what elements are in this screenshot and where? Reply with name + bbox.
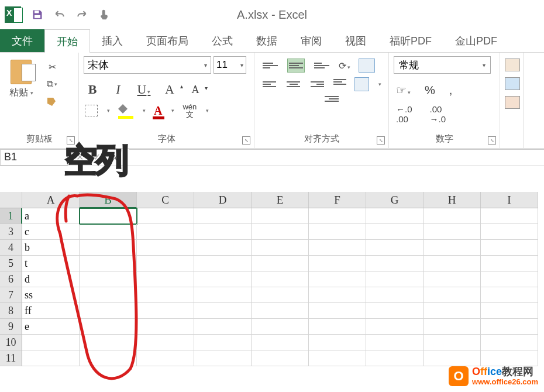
cell[interactable] xyxy=(309,224,366,240)
align-center-button[interactable] xyxy=(285,77,301,91)
cell[interactable] xyxy=(481,224,538,240)
touch-mode-icon[interactable] xyxy=(98,9,110,20)
cell[interactable] xyxy=(252,256,309,271)
cell[interactable]: b xyxy=(22,240,80,256)
cell[interactable] xyxy=(22,350,80,366)
grow-font-button[interactable]: A xyxy=(162,82,177,97)
paste-button[interactable]: 粘贴▾ xyxy=(5,56,37,108)
cell[interactable] xyxy=(137,240,194,256)
cell[interactable] xyxy=(481,287,538,303)
cell[interactable] xyxy=(366,303,424,319)
decrease-indent-button[interactable] xyxy=(333,79,346,90)
cell[interactable] xyxy=(481,319,538,335)
number-format-dropdown[interactable]: 常规▾ xyxy=(394,56,491,74)
cell[interactable] xyxy=(194,350,252,366)
cell[interactable] xyxy=(80,271,137,287)
cell[interactable] xyxy=(80,303,137,319)
cell[interactable] xyxy=(194,240,252,256)
undo-icon[interactable] xyxy=(54,9,66,20)
italic-button[interactable]: I xyxy=(111,82,126,97)
format-painter-icon[interactable] xyxy=(46,96,58,108)
cell[interactable] xyxy=(194,303,252,319)
conditional-formatting-icon[interactable] xyxy=(505,59,520,71)
cell[interactable] xyxy=(194,335,252,350)
cell[interactable] xyxy=(80,256,137,271)
cell[interactable] xyxy=(424,335,481,350)
cell[interactable] xyxy=(80,335,137,350)
percent-style-button[interactable]: % xyxy=(425,84,435,97)
cell[interactable] xyxy=(366,271,424,287)
cell[interactable] xyxy=(424,287,481,303)
cell[interactable] xyxy=(366,208,424,224)
shrink-font-button[interactable]: A xyxy=(188,84,203,96)
tab-page-layout[interactable]: 页面布局 xyxy=(135,29,200,52)
cell[interactable] xyxy=(309,240,366,256)
cell[interactable] xyxy=(80,224,137,240)
tab-review[interactable]: 审阅 xyxy=(289,29,333,52)
row-header[interactable]: 4 xyxy=(0,240,22,256)
cell[interactable] xyxy=(137,271,194,287)
cell[interactable] xyxy=(137,208,194,224)
cell[interactable] xyxy=(194,319,252,335)
fill-color-button[interactable] xyxy=(118,104,133,117)
cell[interactable] xyxy=(252,303,309,319)
cell[interactable] xyxy=(80,319,137,335)
cell[interactable] xyxy=(424,208,481,224)
cell[interactable] xyxy=(194,224,252,240)
row-header[interactable]: 1 xyxy=(0,208,22,224)
cell[interactable] xyxy=(366,256,424,271)
row-header[interactable]: 8 xyxy=(0,303,22,319)
cell[interactable] xyxy=(309,350,366,366)
col-header-E[interactable]: E xyxy=(252,192,309,208)
cell[interactable] xyxy=(137,224,194,240)
cell[interactable] xyxy=(481,335,538,350)
tab-formulas[interactable]: 公式 xyxy=(200,29,245,52)
merge-center-button[interactable] xyxy=(354,77,369,91)
cell[interactable] xyxy=(194,271,252,287)
cell[interactable] xyxy=(481,240,538,256)
increase-indent-button[interactable] xyxy=(325,96,339,106)
cell[interactable] xyxy=(80,350,137,366)
cell[interactable] xyxy=(366,335,424,350)
cell[interactable] xyxy=(252,287,309,303)
col-header-C[interactable]: C xyxy=(137,192,194,208)
name-box[interactable]: B1 xyxy=(0,149,68,166)
underline-button[interactable]: U▾ xyxy=(136,82,152,97)
cell[interactable] xyxy=(80,287,137,303)
font-color-button[interactable]: A xyxy=(154,104,162,118)
number-dialog-launcher[interactable]: ⤡ xyxy=(488,136,496,145)
cell[interactable] xyxy=(137,350,194,366)
cell[interactable]: e xyxy=(22,319,80,335)
cell[interactable] xyxy=(424,224,481,240)
font-dialog-launcher[interactable]: ⤡ xyxy=(242,136,250,145)
tab-home[interactable]: 开始 xyxy=(44,29,90,53)
row-header[interactable]: 10 xyxy=(0,335,22,350)
cell[interactable] xyxy=(252,271,309,287)
cell-styles-icon[interactable] xyxy=(505,96,520,109)
cell[interactable]: t xyxy=(22,256,80,271)
tab-insert[interactable]: 插入 xyxy=(90,29,135,52)
cell[interactable] xyxy=(309,271,366,287)
col-header-G[interactable]: G xyxy=(366,192,424,208)
cell[interactable] xyxy=(252,335,309,350)
cell[interactable] xyxy=(252,240,309,256)
redo-icon[interactable] xyxy=(76,9,88,20)
cell[interactable] xyxy=(309,303,366,319)
alignment-dialog-launcher[interactable]: ⤡ xyxy=(377,136,385,145)
row-header[interactable]: 11 xyxy=(0,350,22,366)
cell[interactable] xyxy=(252,350,309,366)
cell[interactable] xyxy=(424,240,481,256)
cell[interactable] xyxy=(424,303,481,319)
cell[interactable] xyxy=(80,240,137,256)
align-middle-button[interactable] xyxy=(287,59,305,73)
cell[interactable] xyxy=(309,319,366,335)
cell[interactable] xyxy=(481,208,538,224)
row-header[interactable]: 7 xyxy=(0,287,22,303)
row-header[interactable]: 5 xyxy=(0,256,22,271)
cell[interactable] xyxy=(252,224,309,240)
wrap-text-button[interactable] xyxy=(359,59,375,73)
cell[interactable] xyxy=(137,287,194,303)
col-header-D[interactable]: D xyxy=(194,192,252,208)
cell[interactable] xyxy=(309,335,366,350)
cell[interactable] xyxy=(424,271,481,287)
